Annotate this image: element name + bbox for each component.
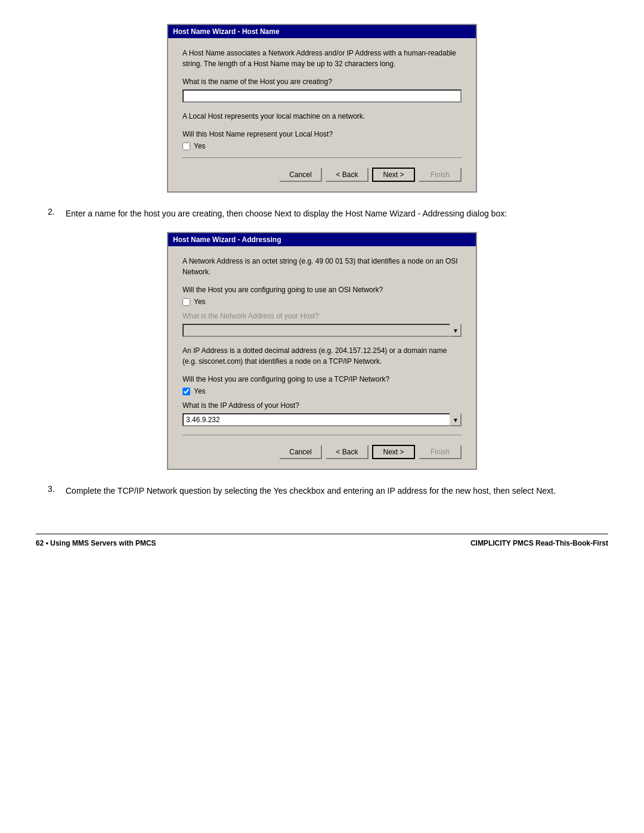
dialog2-checkbox2-label: Yes bbox=[194, 387, 206, 395]
dialog2-checkbox2-row: Yes bbox=[182, 387, 462, 395]
dialog1-question1: What is the name of the Host you are cre… bbox=[182, 78, 462, 86]
page-footer: 62 • Using MMS Servers with PMCS CIMPLIC… bbox=[36, 534, 608, 547]
step3-row: 3. Complete the TCP/IP Network question … bbox=[36, 484, 608, 497]
dialog2-finish-button[interactable]: Finish bbox=[419, 445, 462, 459]
dialog1-titlebar: Host Name Wizard - Host Name bbox=[168, 25, 476, 38]
dialog1-checkbox-row: Yes bbox=[182, 142, 462, 150]
dialog2-checkbox1-row: Yes bbox=[182, 298, 462, 306]
dialog1-desc2: A Local Host represents your local machi… bbox=[182, 111, 462, 122]
dialog2-desc2: An IP Address is a dotted decimal addres… bbox=[182, 345, 462, 367]
dialog2-buttons: Cancel < Back Next > Finish bbox=[182, 441, 462, 462]
dialog2-question2: Will the Host you are configuring going … bbox=[182, 375, 462, 383]
dialog2-question1: Will the Host you are configuring going … bbox=[182, 286, 462, 294]
dialog-addressing: Host Name Wizard - Addressing A Network … bbox=[167, 232, 477, 470]
footer-left: 62 • Using MMS Servers with PMCS bbox=[36, 539, 156, 547]
step2-number: 2. bbox=[48, 207, 66, 220]
dialog1-next-button[interactable]: Next > bbox=[372, 168, 415, 182]
dialog1-checkbox-label: Yes bbox=[194, 142, 206, 150]
dialog1-separator bbox=[182, 157, 462, 158]
step3-text: Complete the TCP/IP Network question by … bbox=[66, 484, 608, 497]
footer-right: CIMPLICITY PMCS Read-This-Book-First bbox=[470, 539, 608, 547]
dialog2-wrapper: Host Name Wizard - Addressing A Network … bbox=[36, 232, 608, 470]
local-host-checkbox[interactable] bbox=[182, 143, 190, 150]
dialog1-body: A Host Name associates a Network Address… bbox=[168, 38, 476, 191]
dialog1-title: Host Name Wizard - Host Name bbox=[173, 27, 280, 36]
dialog2-checkbox1-label: Yes bbox=[194, 298, 206, 306]
dialog2-ip-addr-label: What is the IP Address of your Host? bbox=[182, 401, 462, 410]
dialog2-network-addr-label: What is the Network Address of your Host… bbox=[182, 312, 462, 320]
hostname-input[interactable] bbox=[182, 89, 462, 103]
step3-number: 3. bbox=[48, 484, 66, 497]
dialog-host-name: Host Name Wizard - Host Name A Host Name… bbox=[167, 24, 477, 193]
network-addr-input[interactable] bbox=[182, 324, 450, 337]
dialog1-back-button[interactable]: < Back bbox=[326, 168, 369, 182]
dialog2-next-button[interactable]: Next > bbox=[372, 445, 415, 459]
dialog2-separator bbox=[182, 435, 462, 435]
network-addr-dropdown-btn[interactable]: ▼ bbox=[450, 324, 462, 337]
dialog2-titlebar: Host Name Wizard - Addressing bbox=[168, 233, 476, 246]
dialog1-finish-button[interactable]: Finish bbox=[419, 168, 462, 182]
ip-addr-input[interactable] bbox=[182, 413, 450, 426]
ip-addr-dropdown-btn[interactable]: ▼ bbox=[450, 413, 462, 426]
dialog2-desc1: A Network Address is an octet string (e.… bbox=[182, 256, 462, 277]
tcpip-network-checkbox[interactable] bbox=[182, 388, 190, 395]
osi-network-checkbox[interactable] bbox=[182, 298, 190, 306]
dialog2-ip-addr-dropdown: ▼ bbox=[182, 413, 462, 426]
step2-text: Enter a name for the host you are creati… bbox=[66, 207, 608, 220]
dialog2-network-addr-dropdown: ▼ bbox=[182, 324, 462, 337]
dialog2-cancel-button[interactable]: Cancel bbox=[279, 445, 322, 459]
dialog1-wrapper: Host Name Wizard - Host Name A Host Name… bbox=[36, 24, 608, 193]
dialog1-input-row bbox=[182, 89, 462, 103]
page-content: Host Name Wizard - Host Name A Host Name… bbox=[36, 24, 608, 547]
dialog2-body: A Network Address is an octet string (e.… bbox=[168, 246, 476, 469]
dialog2-ip-addr-row: ▼ bbox=[182, 413, 462, 426]
dialog2-back-button[interactable]: < Back bbox=[326, 445, 369, 459]
dialog1-buttons: Cancel < Back Next > Finish bbox=[182, 164, 462, 184]
dialog1-cancel-button[interactable]: Cancel bbox=[279, 168, 322, 182]
dialog2-network-addr-row: ▼ bbox=[182, 324, 462, 337]
dialog2-title: Host Name Wizard - Addressing bbox=[173, 236, 281, 244]
step2-row: 2. Enter a name for the host you are cre… bbox=[36, 207, 608, 220]
dialog1-question2: Will this Host Name represent your Local… bbox=[182, 130, 462, 138]
dialog1-desc1: A Host Name associates a Network Address… bbox=[182, 48, 462, 69]
